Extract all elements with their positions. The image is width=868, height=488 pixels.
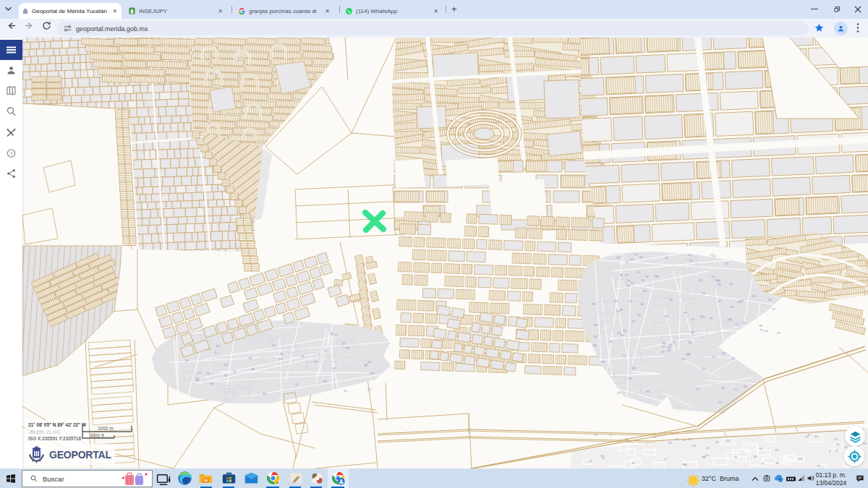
svg-text:86: 86 [814, 435, 818, 438]
svg-text:81: 81 [295, 382, 299, 386]
svg-text:62: 62 [197, 371, 201, 374]
svg-text:73: 73 [835, 449, 838, 453]
svg-text:87: 87 [625, 273, 629, 277]
svg-text:63: 63 [621, 333, 624, 337]
svg-text:37: 37 [712, 254, 716, 258]
svg-text:61: 61 [216, 344, 220, 348]
svg-text:13: 13 [593, 323, 597, 327]
svg-text:35: 35 [641, 278, 644, 282]
svg-text:81: 81 [754, 455, 757, 458]
svg-text:67: 67 [772, 307, 775, 311]
svg-text:56: 56 [639, 255, 643, 259]
svg-text:3000 ft: 3000 ft [90, 433, 104, 438]
svg-text:54: 54 [623, 329, 626, 333]
svg-text:93: 93 [616, 256, 620, 260]
svg-text:64: 64 [616, 309, 620, 313]
svg-text:42: 42 [706, 446, 710, 450]
svg-text:46: 46 [640, 302, 644, 306]
svg-text:56: 56 [702, 291, 705, 295]
svg-text:38: 38 [759, 324, 762, 328]
svg-text:27: 27 [609, 433, 613, 437]
svg-text:10: 10 [836, 442, 840, 446]
svg-text:12: 12 [705, 453, 709, 457]
svg-text:43: 43 [278, 357, 282, 361]
svg-text:?: ? [9, 150, 12, 157]
svg-text:55: 55 [344, 389, 347, 393]
svg-text:41: 41 [637, 270, 640, 274]
svg-text:93: 93 [726, 439, 730, 442]
svg-text:32: 32 [617, 391, 621, 395]
svg-text:36: 36 [669, 298, 673, 301]
svg-text:18: 18 [593, 335, 597, 338]
svg-text:71: 71 [631, 281, 634, 285]
svg-text:13: 13 [367, 388, 371, 391]
svg-text:18: 18 [699, 278, 702, 282]
svg-text:59: 59 [619, 308, 623, 312]
svg-text:77: 77 [696, 388, 699, 391]
svg-text:86: 86 [592, 302, 595, 306]
svg-text:95: 95 [715, 440, 719, 444]
svg-text:56: 56 [637, 313, 641, 317]
svg-text:60: 60 [643, 289, 647, 293]
svg-text:73: 73 [709, 317, 712, 320]
svg-text:87: 87 [314, 360, 318, 364]
svg-text:1000 m: 1000 m [98, 426, 114, 431]
svg-text:66: 66 [752, 294, 756, 298]
svg-text:56: 56 [688, 341, 692, 344]
svg-text:61: 61 [233, 369, 237, 373]
svg-text:66: 66 [593, 343, 597, 347]
svg-text:37: 37 [699, 314, 703, 318]
svg-text:78: 78 [626, 284, 630, 288]
svg-text:77: 77 [663, 458, 667, 461]
svg-text:96: 96 [734, 455, 738, 459]
svg-text:91: 91 [718, 299, 722, 303]
svg-text:26: 26 [661, 350, 665, 354]
svg-text:37: 37 [665, 256, 668, 260]
svg-text:36: 36 [185, 359, 189, 362]
svg-text:26: 26 [688, 253, 692, 257]
svg-text:43: 43 [672, 340, 676, 343]
svg-text:12: 12 [691, 317, 694, 321]
svg-text:65: 65 [777, 331, 780, 335]
svg-text:82: 82 [656, 275, 660, 278]
svg-text:65: 65 [665, 314, 668, 318]
svg-text:40: 40 [731, 305, 734, 309]
svg-text:29: 29 [341, 342, 345, 346]
svg-text:16: 16 [687, 352, 691, 356]
svg-text:47: 47 [594, 433, 597, 437]
svg-text:78: 78 [248, 356, 252, 360]
svg-text:26: 26 [367, 360, 371, 364]
svg-text:14: 14 [718, 401, 722, 404]
svg-text:13: 13 [631, 320, 635, 323]
svg-text:93: 93 [817, 464, 820, 468]
svg-text:50: 50 [740, 299, 744, 302]
svg-text:76: 76 [711, 275, 715, 278]
svg-text:18: 18 [759, 447, 762, 450]
svg-text:71: 71 [622, 354, 626, 357]
svg-text:75: 75 [625, 260, 629, 264]
svg-text:85: 85 [280, 352, 284, 356]
svg-text:60: 60 [744, 385, 747, 388]
svg-text:36: 36 [301, 354, 305, 358]
svg-text:15: 15 [712, 355, 715, 359]
svg-text:33: 33 [692, 444, 696, 448]
svg-text:60: 60 [272, 343, 276, 347]
svg-text:23: 23 [589, 459, 592, 463]
svg-text:22: 22 [760, 328, 763, 332]
svg-text:53: 53 [614, 299, 618, 303]
svg-text:99: 99 [628, 377, 631, 380]
svg-text:33: 33 [332, 367, 336, 370]
svg-text:94: 94 [210, 382, 213, 385]
svg-text:82: 82 [632, 367, 636, 370]
svg-text:32: 32 [689, 259, 693, 262]
svg-text:61: 61 [682, 438, 686, 442]
svg-text:39: 39 [775, 461, 779, 465]
svg-text:63: 63 [224, 374, 228, 377]
svg-text:90: 90 [609, 340, 613, 343]
svg-text:76: 76 [206, 372, 210, 375]
svg-text:55: 55 [195, 377, 199, 380]
svg-text:71: 71 [334, 334, 338, 338]
svg-text:59: 59 [667, 348, 671, 352]
svg-text:59: 59 [799, 457, 802, 461]
svg-text:79: 79 [775, 448, 778, 452]
